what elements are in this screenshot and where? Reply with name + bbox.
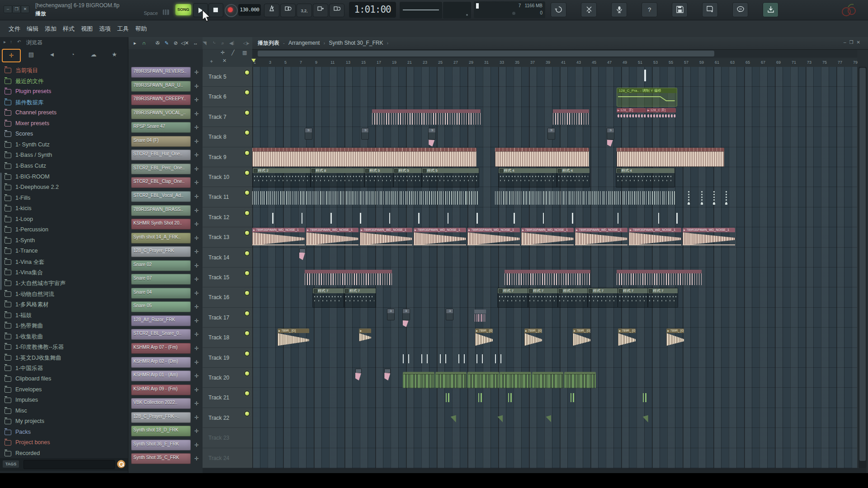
oscilloscope-panel[interactable] bbox=[400, 2, 442, 19]
picker-chip[interactable]: Synth shot 14_A_FRK.. bbox=[131, 233, 191, 244]
picker-chip[interactable]: KSHMR Arp 07 - (Fm) bbox=[131, 343, 191, 354]
menu-item[interactable]: 添加 bbox=[42, 25, 60, 33]
delete-tool-icon[interactable]: ⊘ bbox=[172, 39, 179, 47]
picker-chip[interactable]: 128_C_Prayer_FRK bbox=[131, 246, 191, 257]
picker-chip[interactable]: 789R3SPAWN_BRASS.. bbox=[131, 205, 191, 216]
browser-item[interactable]: Scores bbox=[5, 129, 125, 140]
green-wave-clip[interactable] bbox=[500, 372, 531, 388]
picker-chip[interactable]: STCR2_EBL_Clap_One.. bbox=[131, 177, 191, 188]
browser-item[interactable]: Mixer presets bbox=[5, 119, 125, 129]
audio-decay-clip[interactable]: 789R_ [G] bbox=[278, 328, 309, 347]
one-shot-clip[interactable]: ⊐ bbox=[428, 128, 436, 140]
save-as-button[interactable] bbox=[702, 2, 718, 17]
timeline-ruler[interactable]: 1357911131517192123252729313335373941434… bbox=[252, 58, 857, 67]
picker-chip[interactable]: Snare 04 (F) bbox=[131, 136, 191, 147]
track-header[interactable]: Track 11 bbox=[203, 187, 252, 207]
pattern-clip[interactable]: 样式 4 bbox=[557, 168, 590, 188]
one-shot-clip[interactable]: ⊐ bbox=[402, 309, 410, 320]
green-wave-clip[interactable] bbox=[467, 372, 499, 388]
audio-decay-clip[interactable]: 789R_ [G] bbox=[618, 328, 636, 347]
pattern-clip[interactable]: 样式 7 bbox=[587, 288, 618, 308]
drag-handle-icon[interactable]: ✛ bbox=[193, 276, 200, 282]
track-arm-led[interactable] bbox=[245, 70, 249, 75]
percussion-hit-clip[interactable] bbox=[448, 213, 449, 224]
browser-item[interactable]: My projects bbox=[5, 417, 125, 427]
track-arm-led[interactable] bbox=[245, 90, 249, 94]
picker-auto-filter-icon[interactable]: ╱ bbox=[231, 50, 235, 56]
menu-item[interactable]: 样式 bbox=[60, 25, 78, 33]
midi-notes-clip[interactable] bbox=[495, 191, 676, 205]
microphone-button[interactable] bbox=[611, 2, 627, 17]
picker-chip[interactable]: 128_C_Prayer_FRK -.. bbox=[131, 412, 191, 423]
playlist-window-controls[interactable]: –❒✕ bbox=[844, 40, 863, 45]
drag-handle-icon[interactable]: ✛ bbox=[193, 442, 200, 448]
picker-chip[interactable]: 789R3SPAWN_CREEPY.. bbox=[131, 94, 191, 105]
percussion-hit-clip[interactable] bbox=[418, 213, 420, 224]
browser-item[interactable]: 1-热带舞曲 bbox=[5, 321, 125, 331]
picker-chip[interactable]: 789R3SPAWN_REVERS.. bbox=[131, 67, 191, 78]
track-arm-led[interactable] bbox=[245, 311, 249, 315]
drag-handle-icon[interactable]: ✛ bbox=[193, 455, 200, 462]
one-shot-clip[interactable]: ⊐ bbox=[547, 128, 555, 140]
track-header[interactable]: Track 22 bbox=[203, 408, 252, 428]
percussion-hit-clip[interactable] bbox=[458, 354, 459, 363]
track-arm-led[interactable] bbox=[245, 251, 249, 255]
one-shot-clip[interactable]: ⊐ bbox=[305, 128, 312, 140]
track-arm-led[interactable] bbox=[245, 291, 249, 295]
drag-handle-icon[interactable]: ✛ bbox=[193, 97, 200, 103]
browser-item[interactable]: 1-kicis bbox=[5, 204, 125, 214]
green-wave-clip[interactable] bbox=[532, 372, 564, 388]
percussion-hit-clip[interactable] bbox=[543, 213, 544, 224]
one-shot-clip[interactable] bbox=[384, 369, 391, 386]
track-header[interactable]: Track 18 bbox=[203, 328, 252, 347]
tags-input[interactable] bbox=[24, 460, 115, 469]
drag-handle-icon[interactable]: ✛ bbox=[193, 138, 200, 145]
countdown-button[interactable]: 3,2, bbox=[297, 4, 312, 17]
track-header[interactable]: Track 5 bbox=[203, 67, 252, 87]
record-button[interactable] bbox=[225, 4, 238, 17]
percussion-hit-clip[interactable] bbox=[445, 354, 446, 363]
percussion-hit-clip[interactable] bbox=[408, 354, 409, 363]
note-column-clip[interactable] bbox=[688, 191, 689, 203]
drum-loop-clip[interactable] bbox=[252, 148, 476, 167]
drag-handle-icon[interactable]: ✛ bbox=[193, 111, 200, 117]
pattern-clip[interactable]: 样式 7 bbox=[618, 288, 648, 308]
drag-handle-icon[interactable]: ✛ bbox=[193, 69, 200, 75]
browser-item[interactable]: 1-Loop bbox=[5, 215, 125, 225]
drag-handle-icon[interactable]: ✛ bbox=[193, 290, 200, 296]
vocal-chops-clip[interactable] bbox=[505, 270, 590, 285]
browser-item[interactable]: 1-大自然城市宇宙声 bbox=[5, 278, 125, 289]
track-arm-led[interactable] bbox=[245, 191, 249, 195]
audio-clip[interactable]: 128_C 开] bbox=[646, 108, 676, 120]
menu-item[interactable]: 视图 bbox=[78, 25, 96, 33]
percussion-hit-clip[interactable] bbox=[658, 213, 660, 224]
browser-item[interactable]: 1-Fills bbox=[5, 193, 125, 204]
playhead-marker[interactable] bbox=[251, 59, 256, 62]
percussion-hit-clip[interactable] bbox=[476, 213, 478, 224]
playlist-menu-icon[interactable]: ▸ bbox=[131, 39, 139, 47]
track-arm-led[interactable] bbox=[245, 371, 249, 375]
noise-audio-clip[interactable]: 789R3SPAWN_WD_NOISE_1 bbox=[414, 228, 467, 247]
noise-audio-clip[interactable]: 789R3SPAWN_WD_NOISE_1 bbox=[629, 228, 682, 247]
percussion-hit-clip[interactable] bbox=[495, 354, 496, 363]
vscroll-thumb[interactable] bbox=[859, 68, 866, 461]
drag-handle-icon[interactable]: ✛ bbox=[193, 249, 200, 255]
picker-chip[interactable]: Synth Shot 36_E_FRK bbox=[131, 440, 191, 450]
browser-item[interactable]: Project bones bbox=[5, 438, 125, 448]
browser-item[interactable]: Impulses bbox=[5, 395, 125, 406]
percussion-hit-clip[interactable] bbox=[476, 354, 477, 363]
secondary-panel[interactable] bbox=[443, 2, 471, 19]
browser-item[interactable]: 最近的文件 bbox=[5, 76, 125, 87]
time-display[interactable]: 1:01:00 bbox=[349, 2, 396, 18]
picker-chip[interactable]: Snare 02 bbox=[131, 260, 191, 271]
drag-handle-icon[interactable]: ✛ bbox=[193, 359, 200, 366]
picker-chip[interactable]: Snare 04 bbox=[131, 288, 191, 299]
audio-decay-clip[interactable]: 789R_ [G] bbox=[475, 328, 493, 347]
close-tool-button[interactable]: ✕ bbox=[222, 58, 226, 64]
track-arm-led[interactable] bbox=[245, 211, 249, 215]
loop-record-button[interactable] bbox=[329, 4, 344, 17]
one-shot-clip[interactable] bbox=[355, 369, 362, 386]
green-triangle-clip[interactable] bbox=[546, 415, 551, 422]
pattern-clip[interactable]: 样式 4 bbox=[498, 168, 557, 188]
track-header[interactable]: Track 21 bbox=[203, 388, 252, 408]
